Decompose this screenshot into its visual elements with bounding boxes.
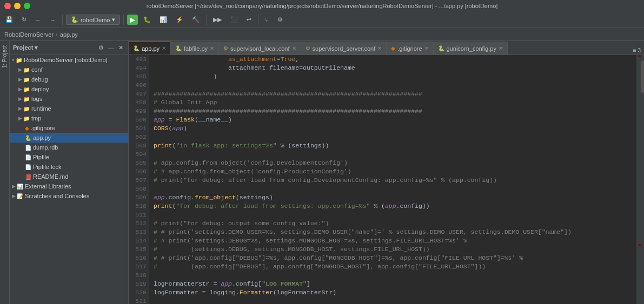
code-line-513: # # print('settings.DEMO_USER=%s, settin… [154, 228, 632, 237]
code-line-508 [154, 185, 632, 193]
code-line-496 [154, 81, 632, 90]
toolbar-save-btn[interactable]: 💾 [2, 15, 16, 24]
ln-507: 507 [131, 176, 147, 185]
project-badge[interactable]: 🐍 robotDemo ▾ [66, 15, 120, 25]
rerun-button[interactable]: ↩ [243, 15, 255, 24]
expand-arrow-tmp: ▶ [18, 116, 22, 121]
run-button[interactable]: ▶ [127, 15, 138, 25]
tree-item-runtime[interactable]: ▶ 📁 runtime [10, 104, 128, 113]
tree-label-readme: README.md [33, 173, 68, 180]
tab-gunicorn-config[interactable]: 🐍 gunicorn_config.py ✕ [434, 42, 508, 55]
folder-icon: 📁 [16, 57, 22, 63]
stop-button[interactable]: ⬛ [227, 15, 241, 24]
tree-item-deploy[interactable]: ▶ 📁 deploy [10, 84, 128, 94]
run-config-btn[interactable]: ▶▶ [210, 15, 225, 24]
file-tree: ▾ 📁 RobotDemoServer [robotDemo] ▶ 📁 conf… [10, 55, 128, 304]
vcs-button[interactable]: ⑂ [262, 16, 272, 24]
tree-label-gitignore: .gitignore [31, 125, 55, 131]
ln-495: 495 [131, 72, 147, 81]
tree-label-app-py: app.py [33, 134, 51, 141]
code-line-494: attachment_filename=outputFilename [154, 64, 632, 72]
tab-icon-gitignore: ◆ [391, 45, 395, 51]
tree-item-conf[interactable]: ▶ 📁 conf [10, 65, 128, 75]
toolbar-forward-btn[interactable]: → [47, 16, 59, 24]
tab-close-app-py[interactable]: ✕ [162, 45, 166, 51]
sidebar-settings-btn[interactable]: ⚙ [97, 44, 105, 52]
ln-504: 504 [131, 150, 147, 159]
code-line-498: # Global Init App [154, 98, 632, 107]
tab-close-gitignore[interactable]: ✕ [424, 45, 429, 51]
code-lines[interactable]: as_attachment=True, attachment_filename=… [149, 55, 636, 304]
tab-supervisord-local[interactable]: ⚙ supervisord_local.conf ✕ [219, 42, 301, 55]
tab-label-supervisord-local: supervisord_local.conf [230, 45, 289, 52]
code-editor-panel: 🐍 app.py ✕ 🐍 fabfile.py ✕ ⚙ supervisord_… [129, 41, 644, 304]
tree-item-external-libs[interactable]: ▶ 📊 External Libraries [10, 181, 128, 191]
project-panel-icon[interactable]: 1: Project [1, 43, 9, 70]
tree-item-gitignore[interactable]: ◆ .gitignore [10, 123, 128, 133]
tab-close-fabfile[interactable]: ✕ [210, 45, 214, 51]
tree-item-readme[interactable]: 📕 README.md [10, 172, 128, 181]
expand-arrow-runtime: ▶ [18, 106, 22, 111]
tab-supervisord-server[interactable]: ⚙ supervisord_server.conf ✕ [301, 42, 387, 55]
tree-item-app-py[interactable]: 🐍 app.py [10, 133, 128, 143]
titlebar: robotDemoServer [~/dev/dev_root/company/… [0, 0, 644, 12]
tree-item-scratches[interactable]: ▶ 📝 Scratches and Consoles [10, 191, 128, 201]
nav-sep-1: › [56, 31, 58, 38]
code-content[interactable]: 493 494 495 496 497 498 499 500 501 502 … [129, 55, 644, 304]
coverage-button[interactable]: 📊 [156, 15, 170, 24]
debug-button[interactable]: 🐛 [140, 15, 154, 24]
folder-icon-tmp: 📁 [23, 116, 30, 121]
ln-510: 510 [131, 202, 147, 211]
code-line-499: ########################################… [154, 107, 632, 116]
tab-label-app-py: app.py [142, 45, 160, 52]
tree-item-logs[interactable]: ▶ 📁 logs [10, 94, 128, 104]
tree-label-debug: debug [31, 76, 48, 83]
code-line-501: CORS(app) [154, 124, 632, 133]
tab-gitignore[interactable]: ◆ .gitignore ✕ [387, 42, 433, 55]
sidebar-collapse-btn[interactable]: — [107, 44, 116, 52]
close-button[interactable] [4, 3, 11, 9]
code-line-518 [154, 271, 632, 280]
tab-close-supervisord-local[interactable]: ✕ [292, 45, 296, 51]
tree-item-pipfile-lock[interactable]: 📄 Pipfile.lock [10, 162, 128, 172]
expand-arrow-logs: ▶ [18, 96, 22, 102]
nav-root[interactable]: RobotDemoServer [4, 31, 54, 38]
tree-item-debug[interactable]: ▶ 📁 debug [10, 75, 128, 84]
tree-item-dump-rdb[interactable]: 📄 dump.rdb [10, 143, 128, 152]
code-line-515: # (settings.DEBUG, settings.MONGODB_HOST… [154, 245, 632, 254]
sidebar-close-btn[interactable]: ✕ [117, 44, 125, 52]
profile-button[interactable]: ⚡ [172, 15, 187, 24]
tab-icon-supervisord-server: ⚙ [306, 45, 310, 51]
ln-508: 508 [131, 185, 147, 193]
build-button[interactable]: 🔨 [189, 15, 203, 24]
folder-icon-logs: 📁 [23, 96, 30, 102]
code-line-520: logFormatter = logging.Formatter(logForm… [154, 288, 632, 297]
tab-overflow-btn[interactable]: ≡ 3 [630, 46, 644, 55]
tab-fabfile-py[interactable]: 🐍 fabfile.py ✕ [171, 42, 219, 55]
folder-icon-deploy: 📁 [23, 86, 30, 92]
tree-item-pipfile[interactable]: 📄 Pipfile [10, 152, 128, 162]
minimize-button[interactable] [14, 3, 21, 9]
code-line-516: # # print('app.config["DEBUG"]=%s, app.c… [154, 254, 632, 262]
code-line-521 [154, 297, 632, 304]
tab-label-gunicorn-config: gunicorn_config.py [447, 45, 496, 52]
tab-close-gunicorn-config[interactable]: ✕ [499, 45, 503, 51]
tree-label-dump-rdb: dump.rdb [33, 144, 58, 151]
ln-503: 503 [131, 141, 147, 150]
tree-label-scratches: Scratches and Consoles [25, 193, 89, 199]
left-icon-strip: 1: Project [0, 41, 10, 304]
expand-arrow-deploy: ▶ [18, 86, 22, 92]
tab-label-fabfile: fabfile.py [184, 45, 208, 52]
settings-button[interactable]: ⚙ [274, 15, 286, 24]
tab-app-py[interactable]: 🐍 app.py ✕ [129, 42, 171, 55]
nav-file[interactable]: app.py [60, 31, 78, 38]
toolbar-back-btn[interactable]: ← [32, 16, 44, 24]
git-icon-gitignore: ◆ [25, 125, 29, 131]
tree-root[interactable]: ▾ 📁 RobotDemoServer [robotDemo] [10, 55, 128, 65]
ln-520: 520 [131, 288, 147, 297]
maximize-button[interactable] [24, 3, 30, 9]
toolbar-sync-btn[interactable]: ↻ [18, 15, 30, 24]
tab-close-supervisord-server[interactable]: ✕ [377, 45, 382, 51]
code-line-514: # # print('settings.DEBUG=%s, settings.M… [154, 237, 632, 245]
tree-item-tmp[interactable]: ▶ 📁 tmp [10, 113, 128, 123]
